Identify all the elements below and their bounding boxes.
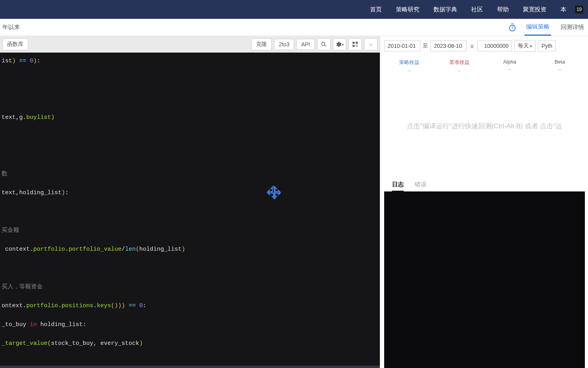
backtest-hint: 点击"编译运行"进行快速回测(Ctrl-Alt-B) 或者 点击"运 [384, 75, 585, 177]
hint-text: 点击"编译运行"进行快速回测(Ctrl-Alt-B) 或者 点击"运 [407, 122, 563, 131]
start-date-input[interactable] [384, 40, 420, 51]
nav-research[interactable]: 策略研究 [389, 6, 426, 13]
tab-backtest-detail[interactable]: 回测详情 [559, 20, 586, 35]
nav-help[interactable]: 帮助 [490, 6, 516, 13]
expand-right-icon[interactable]: » [364, 38, 377, 50]
main-split: 函数库 克隆 2to3 API » ist) == 0): text,g.buy… [0, 36, 588, 368]
tab-edit-strategy[interactable]: 编辑策略 [524, 19, 551, 36]
editor-toolbar: 函数库 克隆 2to3 API » [0, 36, 380, 53]
metric-alpha: Alpha -- [485, 59, 535, 73]
second-bar-right: 编辑策略 回测详情 [508, 19, 586, 36]
nav-home[interactable]: 首页 [363, 6, 389, 13]
svg-rect-2 [352, 42, 354, 44]
metric-strategy-return: 策略收益 -- [384, 59, 434, 73]
metrics-row: 策略收益 -- 基准收益 -- Alpha -- Beta -- [384, 57, 585, 75]
svg-rect-4 [352, 45, 354, 47]
code-editor[interactable]: ist) == 0): text,g.buylist) 数 text,holdi… [0, 53, 380, 366]
convert-2to3-button[interactable]: 2to3 [274, 39, 294, 50]
svg-rect-3 [356, 42, 358, 44]
gear-icon[interactable] [333, 38, 346, 50]
backtest-params: 至 ¥ 每天 Pyth [384, 40, 585, 52]
qrcode-icon[interactable] [348, 38, 362, 50]
nav-datadict[interactable]: 数据字典 [426, 6, 464, 13]
log-output[interactable] [384, 191, 585, 368]
frequency-select[interactable]: 每天 [514, 40, 535, 52]
notification-badge[interactable]: 19 [575, 5, 583, 13]
capital-input[interactable] [477, 40, 512, 51]
svg-point-1 [322, 42, 325, 46]
currency-symbol: ¥ [469, 43, 475, 49]
date-separator-label: 至 [423, 42, 428, 49]
tab-error[interactable]: 错误 [415, 179, 426, 191]
api-button[interactable]: API [296, 39, 315, 50]
svg-rect-8 [357, 46, 358, 47]
editor-panel: 函数库 克隆 2to3 API » ist) == 0): text,g.buy… [0, 36, 380, 368]
stopwatch-icon[interactable] [508, 23, 517, 32]
nav-truncated[interactable]: 本 [554, 6, 573, 13]
svg-rect-7 [356, 46, 356, 47]
tab-log[interactable]: 日志 [392, 179, 404, 191]
nav-invest[interactable]: 聚宽投资 [516, 6, 554, 13]
top-nav: 首页 策略研究 数据字典 社区 帮助 聚宽投资 本 19 [0, 0, 588, 19]
log-tabs: 日志 错误 [384, 179, 585, 191]
language-select[interactable]: Pyth [538, 40, 556, 51]
breadcrumb-fragment: 年以来 [2, 24, 20, 31]
function-library-button[interactable]: 函数库 [2, 38, 28, 50]
metric-beta: Beta -- [535, 59, 585, 73]
search-icon[interactable] [317, 38, 330, 50]
second-bar: 年以来 编辑策略 回测详情 [0, 19, 588, 36]
result-panel: 至 ¥ 每天 Pyth 策略收益 -- 基准收益 -- Alpha -- Bet… [380, 36, 588, 368]
clone-button[interactable]: 克隆 [251, 38, 272, 50]
end-date-input[interactable] [430, 40, 466, 51]
nav-community[interactable]: 社区 [464, 6, 490, 13]
svg-rect-5 [356, 45, 356, 46]
metric-benchmark-return: 基准收益 -- [434, 59, 485, 73]
editor-footer [0, 366, 380, 368]
svg-rect-6 [357, 45, 358, 46]
